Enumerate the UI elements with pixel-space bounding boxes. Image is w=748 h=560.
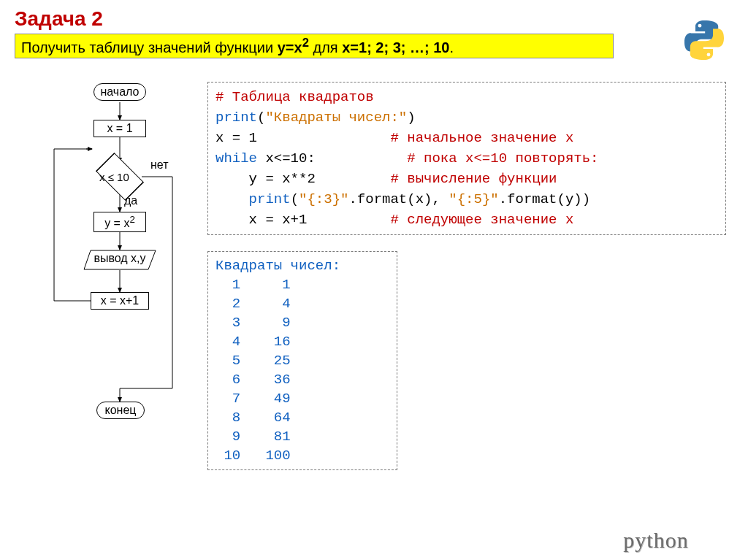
- subtitle-mid: для: [309, 39, 342, 55]
- code-comment-1: # Таблица квадратов: [215, 89, 374, 105]
- fc-no-label: нет: [150, 158, 169, 172]
- code-comment-2: # начальное значение x: [390, 130, 573, 146]
- content-area: начало x = 1 x ≤ 10 нет да y = x2 вывод …: [0, 82, 748, 470]
- output-row: 5 25: [215, 353, 291, 369]
- flowchart: начало x = 1 x ≤ 10 нет да y = x2 вывод …: [26, 82, 194, 447]
- code-comment-4: # вычисление функции: [390, 171, 557, 187]
- code-kw-print-1: print: [215, 110, 257, 126]
- fc-yes-label: да: [124, 194, 137, 207]
- code-assign-2: y = x**2: [215, 171, 390, 187]
- output-row: 7 49: [215, 391, 291, 407]
- code-cond: x<=10:: [257, 150, 407, 166]
- output-row: 3 9: [215, 315, 291, 331]
- subtitle-xs: x=1; 2; 3; …; 10: [342, 39, 449, 55]
- code-comment-5: # следующее значение x: [390, 212, 573, 228]
- output-box: Квадраты чисел: 1 1 2 4 3 9 4 16 5 25 6 …: [207, 251, 397, 470]
- code-str-2: "{:3}": [299, 191, 348, 207]
- fc-start: начало: [94, 83, 146, 101]
- code-str-3: "{:5}": [449, 191, 498, 207]
- code-kw-print-2: print: [249, 191, 291, 207]
- code-assign-1: x = 1: [215, 130, 390, 146]
- subtitle-end: .: [450, 39, 454, 55]
- code-paren: (: [257, 110, 265, 126]
- code-indent: [215, 191, 249, 207]
- code-call: .format(y)): [499, 191, 590, 207]
- svg-point-0: [698, 24, 702, 28]
- output-row: 9 81: [215, 429, 291, 445]
- svg-point-1: [707, 53, 711, 56]
- code-call: .format(x),: [348, 191, 449, 207]
- page-title: Задача 2: [15, 7, 748, 31]
- fc-step-3: x = x+1: [91, 292, 149, 310]
- python-icon: [682, 18, 726, 62]
- output-row: 2 4: [215, 296, 291, 312]
- code-paren: (: [291, 191, 299, 207]
- output-row: 10 100: [215, 448, 291, 464]
- subtitle-exp: 2: [302, 36, 309, 50]
- fc-end: конец: [96, 402, 145, 419]
- output-header: Квадраты чисел:: [215, 258, 340, 274]
- task-subtitle: Получить таблицу значений функции y=x2 д…: [15, 34, 614, 58]
- subtitle-func: y=x: [278, 39, 302, 55]
- fc-step-1: x = 1: [94, 120, 146, 137]
- fc-step-2: y = x2: [94, 212, 146, 232]
- code-str-1: "Квадраты чисел:": [265, 110, 407, 126]
- code-paren: ): [407, 110, 415, 126]
- code-box: # Таблица квадратов print("Квадраты чисе…: [207, 82, 726, 235]
- python-footer-logo: python: [590, 528, 722, 553]
- code-kw-while: while: [215, 150, 257, 166]
- fc-output: вывод x,y: [83, 250, 156, 270]
- fc-decision: x ≤ 10: [99, 171, 129, 183]
- output-row: 8 64: [215, 410, 291, 426]
- code-comment-3: # пока x<=10 повторять:: [407, 150, 598, 166]
- output-row: 1 1: [215, 277, 291, 293]
- code-assign-3: x = x+1: [215, 212, 390, 228]
- output-row: 4 16: [215, 334, 291, 350]
- subtitle-pre: Получить таблицу значений функции: [21, 39, 278, 55]
- code-column: # Таблица квадратов print("Квадраты чисе…: [207, 82, 726, 470]
- output-row: 6 36: [215, 372, 291, 388]
